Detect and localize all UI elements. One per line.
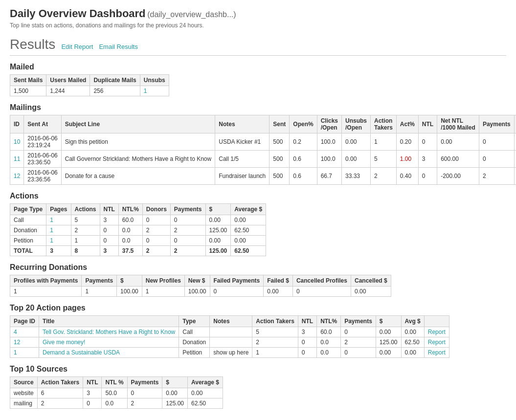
ts-header-row: Source Action Takers NTL NTL % Payments … xyxy=(10,377,223,388)
top-sources-section: Top 10 Sources Source Action Takers NTL … xyxy=(10,365,506,409)
m-sent-at: 2016-06-0623:36:56 xyxy=(24,168,61,185)
tap-row: 4 Tell Gov. Strickland: Mothers Have a R… xyxy=(10,327,449,337)
m-clicks: 100.0 xyxy=(317,133,341,151)
m-payments: 0 xyxy=(479,133,514,151)
email-results-link[interactable]: Email Results xyxy=(99,43,137,50)
results-label: Results xyxy=(10,37,55,52)
tap-header-row: Page ID Title Type Notes Action Takers N… xyxy=(10,316,449,327)
tap-th-title: Title xyxy=(39,316,179,327)
actions-row: Donation 1 2 0 0.0 2 2 125.00 62.50 xyxy=(10,225,266,236)
m-sent: 500 xyxy=(269,168,290,185)
m-unsubs: 0.00 xyxy=(342,133,371,151)
m-action-takers: 1 xyxy=(371,133,397,151)
ts-row: website 6 3 50.0 0 0.00 0.00 xyxy=(10,388,223,398)
page-title-id: (daily_overview_dashb...) xyxy=(147,10,236,19)
mailed-row: 1,500 1,244 256 1 xyxy=(10,86,169,96)
m-sent: 500 xyxy=(269,133,290,151)
m-ntl: 3 xyxy=(418,151,437,168)
rec-th-failed-payments: Failed Payments xyxy=(210,275,264,287)
mailings-th-net-ntl: Net NTL/1000 Mailed xyxy=(437,115,479,133)
tap-th-ntl-pct: NTL% xyxy=(317,316,341,327)
act-th-dollar: $ xyxy=(205,204,231,215)
ts-th-source: Source xyxy=(10,377,38,388)
m-subject: Donate for a cause xyxy=(61,168,215,185)
rec-th-cancelled-profiles: Cancelled Profiles xyxy=(292,275,351,287)
m-open-pct: 0.2 xyxy=(290,133,317,151)
divider xyxy=(10,55,506,56)
page-subtitle: Top line stats on actions, donations and… xyxy=(10,22,506,29)
mailed-th-unsubs: Unsubs xyxy=(140,75,169,86)
mailed-title: Mailed xyxy=(10,63,506,71)
m-notes: USDA Kicker #1 xyxy=(215,133,269,151)
recurring-header-row: Profiles with Payments Payments $ New Pr… xyxy=(10,275,391,287)
act-th-actions: Actions xyxy=(71,204,100,215)
m-ntl: 0 xyxy=(418,168,437,185)
rec-th-profiles: Profiles with Payments xyxy=(10,275,82,287)
mailings-th-sent: Sent xyxy=(269,115,290,133)
mailed-sent: 1,500 xyxy=(10,86,46,96)
act-th-donors: Donors xyxy=(142,204,170,215)
actions-section: Actions Page Type Pages Actions NTL NTL%… xyxy=(10,192,506,256)
tap-th-report xyxy=(424,316,449,327)
mailings-row: 10 2016-06-0623:19:24 Sign this petition… xyxy=(10,133,516,151)
mailed-th-users: Users Mailed xyxy=(46,75,90,86)
tap-row: 1 Demand a Sustainable USDA Petition sho… xyxy=(10,348,449,358)
m-net-ntl: 0.00 xyxy=(437,133,479,151)
m-clicks: 66.7 xyxy=(317,168,341,185)
tap-th-type: Type xyxy=(179,316,210,327)
mailings-header-row: ID Sent At Subject Line Notes Sent Open%… xyxy=(10,115,516,133)
mailings-th-dollar: $ xyxy=(514,115,516,133)
top-action-pages-title: Top 20 Action pages xyxy=(10,304,506,312)
rec-th-new-dollar: New $ xyxy=(184,275,210,287)
rec-th-cancelled-dollar: Cancelled $ xyxy=(351,275,391,287)
m-sent-at: 2016-06-0623:36:50 xyxy=(24,151,61,168)
act-th-pages: Pages xyxy=(46,204,71,215)
mailings-th-subject: Subject Line xyxy=(61,115,215,133)
act-th-payments: Payments xyxy=(170,204,205,215)
mailings-row: 11 2016-06-0623:36:50 Call Governor Stri… xyxy=(10,151,516,168)
mailed-th-duplicate: Duplicate Mails xyxy=(90,75,140,86)
m-sent: 500 xyxy=(269,151,290,168)
m-dollar: 0.00 xyxy=(514,151,516,168)
rec-th-new-profiles: New Profiles xyxy=(142,275,184,287)
m-subject: Call Governor Strickland: Mothers Have a… xyxy=(61,151,215,168)
recurring-table: Profiles with Payments Payments $ New Pr… xyxy=(10,275,391,297)
mailed-header-row: Sent Mails Users Mailed Duplicate Mails … xyxy=(10,75,169,86)
mailings-th-action-takers: ActionTakers xyxy=(371,115,397,133)
rec-th-dollar: $ xyxy=(117,275,142,287)
m-notes: Call 1/5 xyxy=(215,151,269,168)
actions-header-row: Page Type Pages Actions NTL NTL% Donors … xyxy=(10,204,266,215)
ts-th-dollar: $ xyxy=(162,377,188,388)
tap-th-id: Page ID xyxy=(10,316,39,327)
mailed-table: Sent Mails Users Mailed Duplicate Mails … xyxy=(10,74,169,96)
tap-row: 12 Give me money! Donation 2 0 0.0 2 125… xyxy=(10,337,449,348)
mailings-section: Mailings ID Sent At Subject Line Notes S… xyxy=(10,103,506,185)
top-action-pages-section: Top 20 Action pages Page ID Title Type N… xyxy=(10,304,506,358)
m-act-pct: 0.20 xyxy=(396,133,418,151)
m-unsubs: 0.00 xyxy=(342,151,371,168)
m-action-takers: 2 xyxy=(371,168,397,185)
tap-th-dollar: $ xyxy=(376,316,401,327)
actions-table: Page Type Pages Actions NTL NTL% Donors … xyxy=(10,203,266,256)
m-ntl: 0 xyxy=(418,133,437,151)
recurring-row: 1 1 100.00 1 100.00 0 0.00 0 0.00 xyxy=(10,287,391,297)
m-dollar: 0.00 xyxy=(514,133,516,151)
m-net-ntl: 600.00 xyxy=(437,151,479,168)
recurring-section: Recurring Donations Profiles with Paymen… xyxy=(10,263,506,297)
m-open-pct: 0.6 xyxy=(290,168,317,185)
mailings-title: Mailings xyxy=(10,103,506,112)
m-dollar: 125.00 xyxy=(514,168,516,185)
mailings-row: 12 2016-06-0623:36:56 Donate for a cause… xyxy=(10,168,516,185)
m-act-pct: 0.40 xyxy=(396,168,418,185)
mailings-th-payments: Payments xyxy=(479,115,514,133)
page-title: Daily Overview Dashboard xyxy=(10,7,146,20)
edit-report-link[interactable]: Edit Report xyxy=(61,43,93,50)
rec-th-payments: Payments xyxy=(82,275,117,287)
m-net-ntl: -200.00 xyxy=(437,168,479,185)
m-act-pct: 1.00 xyxy=(396,151,418,168)
ts-th-ntl-pct: NTL % xyxy=(102,377,127,388)
mailed-section: Mailed Sent Mails Users Mailed Duplicate… xyxy=(10,63,506,96)
mailings-th-open-pct: Open% xyxy=(290,115,317,133)
m-notes: Fundraiser launch xyxy=(215,168,269,185)
m-id: 11 xyxy=(10,151,24,168)
